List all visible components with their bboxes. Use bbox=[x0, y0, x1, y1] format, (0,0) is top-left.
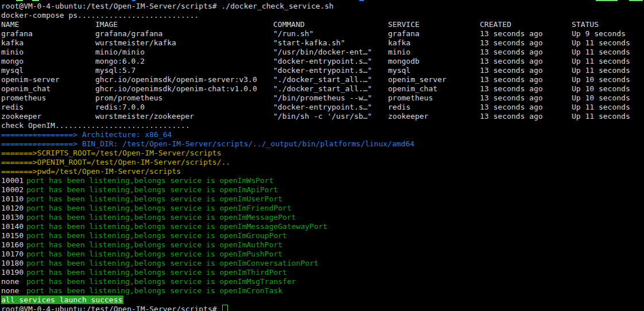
container-created: 13 seconds ago bbox=[480, 48, 572, 57]
container-table: grafana grafana/grafana "/run.sh" grafan… bbox=[0, 29, 644, 121]
port-check-line: 10002port has been listening,belongs ser… bbox=[0, 185, 644, 195]
container-status: Up 10 seconds bbox=[572, 84, 644, 94]
container-name: openim_chat bbox=[1, 84, 95, 94]
table-row: zookeeper wurstmeister/zookeeper "/bin/s… bbox=[0, 112, 644, 121]
table-row: mongo mongo:6.0.2 "docker-entrypoint.s…"… bbox=[0, 57, 644, 66]
port-message: port has been listening,belongs service … bbox=[26, 277, 296, 286]
port-message: port has been listening,belongs service … bbox=[26, 268, 287, 277]
container-service: minio bbox=[388, 48, 480, 57]
container-name: zookeeper bbox=[1, 112, 95, 121]
container-image: wurstmeister/kafka bbox=[95, 38, 273, 48]
architecture-line: ================> Architecture: x86_64 bbox=[0, 130, 644, 139]
port-check-line: 10150port has been listening,belongs ser… bbox=[0, 231, 644, 240]
port-number: none bbox=[1, 286, 26, 296]
port-number: 10001 bbox=[1, 176, 26, 185]
container-image: mongo:6.0.2 bbox=[95, 57, 273, 66]
table-row: mysql mysql:5.7 "docker-entrypoint.s…" m… bbox=[0, 66, 644, 75]
scrollback-fragment bbox=[32, 0, 39, 1]
port-number: 10120 bbox=[1, 204, 26, 213]
container-name: minio bbox=[1, 48, 95, 57]
container-status: Up 10 seconds bbox=[572, 75, 644, 84]
scrollback-fragment bbox=[16, 0, 23, 1]
port-check-line: 10120port has been listening,belongs ser… bbox=[0, 204, 644, 213]
port-message: port has been listening,belongs service … bbox=[26, 195, 282, 203]
container-service: mongodb bbox=[388, 57, 480, 66]
container-service: grafana bbox=[388, 29, 480, 38]
prompt-line-command: root@VM-0-4-ubuntu:/test/Open-IM-Server/… bbox=[0, 2, 644, 11]
container-name: mysql bbox=[1, 66, 95, 75]
env-line: =======>pwd=/test/Open-IM-Server/scripts bbox=[0, 167, 644, 176]
port-check-line: noneport has been listening,belongs serv… bbox=[0, 277, 644, 286]
port-check-line: noneport has been listening,belongs serv… bbox=[0, 286, 644, 296]
container-created: 13 seconds ago bbox=[480, 94, 572, 103]
container-service: zookeeper bbox=[388, 112, 480, 121]
container-service: kafka bbox=[388, 38, 480, 48]
container-service: mysql bbox=[388, 66, 480, 75]
port-message: port has been listening,belongs service … bbox=[26, 213, 296, 221]
port-check-line: 10130port has been listening,belongs ser… bbox=[0, 213, 644, 222]
container-image: wurstmeister/zookeeper bbox=[95, 112, 273, 121]
col-header-service: SERVICE bbox=[388, 20, 480, 29]
container-command: "./docker_start_all.…" bbox=[273, 84, 388, 94]
container-image: prom/prometheus bbox=[95, 94, 273, 103]
scrollback-fragment bbox=[359, 0, 364, 1]
port-number: 10110 bbox=[1, 195, 26, 204]
container-status: Up 11 seconds bbox=[572, 38, 644, 48]
success-badge: all services launch success bbox=[1, 296, 123, 304]
scrollback-fragment bbox=[132, 0, 135, 1]
port-check-line: 10140port has been listening,belongs ser… bbox=[0, 222, 644, 231]
port-number: 10130 bbox=[1, 213, 26, 222]
container-command: "/run.sh" bbox=[273, 29, 388, 38]
port-number: 10180 bbox=[1, 259, 26, 268]
port-message: port has been listening,belongs service … bbox=[26, 231, 287, 240]
shell-prompt: root@VM-0-4-ubuntu:/test/Open-IM-Server/… bbox=[1, 2, 217, 10]
env-line: =======>SCRIPTS_ROOT=/test/Open-IM-Serve… bbox=[0, 149, 644, 158]
port-check-line: 10110port has been listening,belongs ser… bbox=[0, 195, 644, 204]
docker-compose-ps-line: docker-compose ps.......................… bbox=[0, 11, 644, 20]
port-message: port has been listening,belongs service … bbox=[26, 250, 282, 258]
col-header-status: STATUS bbox=[572, 20, 644, 29]
container-name: redis bbox=[1, 103, 95, 112]
table-row: grafana grafana/grafana "/run.sh" grafan… bbox=[0, 29, 644, 38]
port-message: port has been listening,belongs service … bbox=[26, 176, 273, 185]
container-name: grafana bbox=[1, 29, 95, 38]
terminal-window[interactable]: root@VM-0-4-ubuntu:/test/Open-IM-Server/… bbox=[0, 0, 644, 311]
container-service: openim_chat bbox=[388, 84, 480, 94]
container-image: grafana/grafana bbox=[95, 29, 273, 38]
container-created: 13 seconds ago bbox=[480, 38, 572, 48]
entered-command: ./docker_check_service.sh bbox=[217, 2, 334, 10]
check-openim-line: check OpenIM............................… bbox=[0, 121, 644, 130]
container-service: redis bbox=[388, 103, 480, 112]
port-check-line: 10160port has been listening,belongs ser… bbox=[0, 240, 644, 250]
port-message: port has been listening,belongs service … bbox=[26, 185, 278, 194]
port-number: none bbox=[1, 277, 26, 286]
port-message: port has been listening,belongs service … bbox=[26, 240, 282, 249]
table-row: openim-server ghcr.io/openimsdk/openim-s… bbox=[0, 75, 644, 84]
container-status: Up 11 seconds bbox=[572, 48, 644, 57]
port-check-lines: 10001port has been listening,belongs ser… bbox=[0, 176, 644, 296]
table-row: prometheus prom/prometheus "/bin/prometh… bbox=[0, 94, 644, 103]
col-header-name: NAME bbox=[1, 20, 95, 29]
container-created: 13 seconds ago bbox=[480, 112, 572, 121]
container-command: "./docker_start_all.…" bbox=[273, 75, 388, 84]
port-check-line: 10180port has been listening,belongs ser… bbox=[0, 259, 644, 268]
container-image: mysql:5.7 bbox=[95, 66, 273, 75]
col-header-created: CREATED bbox=[480, 20, 572, 29]
container-command: "docker-entrypoint.s…" bbox=[273, 57, 388, 66]
port-number: 10150 bbox=[1, 231, 26, 240]
container-command: "start-kafka.sh" bbox=[273, 38, 388, 48]
col-header-image: IMAGE bbox=[95, 20, 273, 29]
container-command: "docker-entrypoint.s…" bbox=[273, 103, 388, 112]
env-line: =======>OPENIM_ROOT=/test/Open-IM-Server… bbox=[0, 158, 644, 167]
scrollback-fragment bbox=[596, 0, 618, 1]
container-created: 13 seconds ago bbox=[480, 103, 572, 112]
container-image: redis:7.0.0 bbox=[95, 103, 273, 112]
table-row: redis redis:7.0.0 "docker-entrypoint.s…"… bbox=[0, 103, 644, 112]
port-check-line: 10190port has been listening,belongs ser… bbox=[0, 268, 644, 277]
terminal-cursor[interactable] bbox=[222, 305, 228, 311]
container-name: mongo bbox=[1, 57, 95, 66]
prompt-line-idle[interactable]: root@VM-0-4-ubuntu:/test/Open-IM-Server/… bbox=[0, 305, 644, 311]
port-message: port has been listening,belongs service … bbox=[26, 259, 319, 267]
container-status: Up 10 seconds bbox=[572, 94, 644, 103]
container-name: prometheus bbox=[1, 94, 95, 103]
